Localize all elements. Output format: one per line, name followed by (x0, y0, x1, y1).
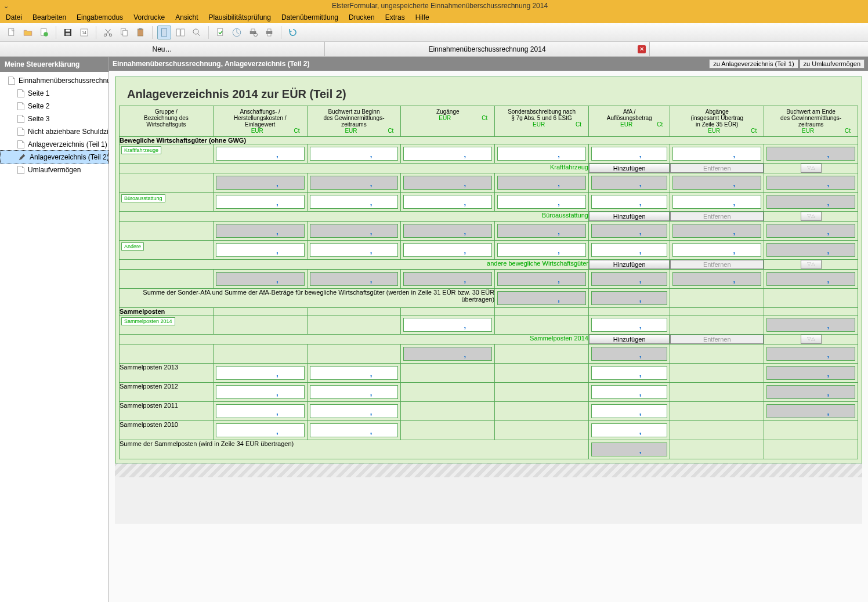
input-buero-buchwert-beginn[interactable]: , (310, 195, 399, 209)
btn-buero-del[interactable]: Entfernen (670, 212, 764, 221)
btn-sp2014-add[interactable]: Hinzufügen (589, 335, 670, 344)
menu-bearbeiten[interactable]: Bearbeiten (32, 13, 66, 21)
app-menu-chevron[interactable]: ⌄ (0, 2, 12, 10)
btn-kfz-del[interactable]: Entfernen (670, 164, 764, 173)
cut-icon[interactable] (101, 26, 115, 39)
col-gruppe: Gruppe / Bezeichnung des Wirtschaftsguts (120, 106, 214, 137)
menu-vordrucke[interactable]: Vordrucke (133, 13, 165, 21)
input-sp2011-buchwert-beginn[interactable]: , (310, 404, 399, 418)
tree-anlageverz-teil-2[interactable]: Anlageverzeichnis (Teil 2) (0, 150, 108, 164)
tab-close-icon[interactable]: ✕ (638, 45, 646, 53)
print-preview-icon[interactable] (246, 26, 260, 39)
zoom-icon[interactable] (190, 26, 204, 39)
tree-anlageverz-teil-1[interactable]: Anlageverzeichnis (Teil 1) (0, 138, 108, 151)
btn-sp2014-reorder[interactable]: ▽△ (801, 335, 822, 344)
input-andere-anschaffung[interactable]: , (216, 243, 305, 257)
two-page-view-icon[interactable] (173, 26, 187, 39)
btn-kfz-reorder[interactable]: ▽△ (801, 164, 822, 173)
btn-buero-add[interactable]: Hinzufügen (589, 212, 670, 221)
sum-andere-c3: , (310, 272, 399, 286)
input-sp2012-anschaffung[interactable]: , (216, 385, 305, 399)
tree-root-euer[interactable]: Einnahmenüberschussrechnung (0, 74, 108, 87)
menu-eingabemodus[interactable]: Eingabemodus (77, 13, 123, 21)
input-andere-afa[interactable]: , (591, 243, 667, 257)
tree-seite-1[interactable]: Seite 1 (0, 87, 108, 100)
btn-andere-del[interactable]: Entfernen (670, 260, 764, 269)
input-kfz-sonderafa[interactable]: , (497, 147, 586, 161)
btn-andere-reorder[interactable]: ▽△ (801, 260, 822, 269)
btn-buero-reorder[interactable]: ▽△ (801, 212, 822, 221)
content-area: Einnahmenüberschussrechnung, Anlageverze… (109, 57, 868, 602)
document-icon (17, 102, 24, 110)
refresh-icon[interactable] (286, 26, 300, 39)
import-data-icon[interactable] (37, 26, 51, 39)
input-buero-afa[interactable]: , (591, 195, 667, 209)
input-sp2011-afa[interactable]: , (591, 404, 667, 418)
tag-sp2014: Sammelposten 2014 (121, 317, 175, 325)
menu-datei[interactable]: Datei (6, 13, 22, 21)
input-sp2010-afa[interactable]: , (591, 423, 667, 437)
tag-buero: Büroausstattung (121, 194, 165, 202)
open-folder-icon[interactable] (21, 26, 35, 39)
input-andere-buchwert-beginn[interactable]: , (310, 243, 399, 257)
input-andere-sonderafa[interactable]: , (497, 243, 586, 257)
document-icon (17, 166, 24, 174)
input-kfz-buchwert-beginn[interactable]: , (310, 147, 399, 161)
menu-extras[interactable]: Extras (385, 13, 405, 21)
col-sonderabschreibung: Sonderabschreibung nach § 7g Abs. 5 und … (495, 106, 589, 137)
copy-icon[interactable] (117, 26, 131, 39)
input-kfz-zugaenge[interactable]: , (403, 147, 492, 161)
form-scroll-area[interactable]: Anlageverzeichnis 2014 zur EÜR (Teil 2) … (109, 71, 868, 602)
col-buchwert-beginn: Buchwert zu Beginn des Gewinnermittlungs… (307, 106, 401, 137)
paste-icon[interactable] (133, 26, 147, 39)
btn-kfz-add[interactable]: Hinzufügen (589, 164, 670, 173)
sum-sp2014-afa: , (591, 347, 667, 361)
nav-prev-button[interactable]: zu Anlageverzeichnis (Teil 1) (709, 59, 798, 68)
validate-icon[interactable] (214, 26, 227, 39)
nav-next-button[interactable]: zu Umlaufvermögen (800, 59, 865, 68)
input-kfz-afa[interactable]: , (591, 147, 667, 161)
row-sp2010: Sammelposten 2010 , , , (120, 421, 858, 440)
input-sp2012-buchwert-beginn[interactable]: , (310, 385, 399, 399)
input-sp2010-anschaffung[interactable]: , (216, 423, 305, 437)
tab-euer-2014[interactable]: Einnahmenüberschussrechnung 2014 ✕ (325, 42, 650, 56)
input-sp2013-afa[interactable]: , (591, 366, 667, 380)
input-kfz-anschaffung[interactable]: , (216, 147, 305, 161)
menu-hilfe[interactable]: Hilfe (415, 13, 429, 21)
input-kfz-abgaenge[interactable]: , (672, 147, 761, 161)
tree-seite-2[interactable]: Seite 2 (0, 100, 108, 113)
tree-schuldzinsen[interactable]: Nicht abziehbare Schuldzin… (0, 125, 108, 138)
input-sp2014-zugaenge[interactable]: , (403, 318, 492, 332)
row-sp2014-actions: Sammelposten 2014 Hinzufügen Entfernen ▽… (120, 335, 858, 344)
input-sp2012-afa[interactable]: , (591, 385, 667, 399)
save-icon[interactable] (61, 26, 75, 39)
col-zugaenge: ZugängeEURCt (401, 106, 495, 137)
send-icon[interactable] (230, 26, 244, 39)
input-sp2010-buchwert-beginn[interactable]: , (310, 423, 399, 437)
input-buero-zugaenge[interactable]: , (403, 195, 492, 209)
menu-plausibilitaet[interactable]: Plausibilitätsprüfung (209, 13, 271, 21)
input-buero-sonderafa[interactable]: , (497, 195, 586, 209)
menu-datenuebermittlung[interactable]: Datenübermittlung (281, 13, 338, 21)
save-calendar-icon[interactable]: 14 (77, 26, 91, 39)
input-buero-anschaffung[interactable]: , (216, 195, 305, 209)
input-buero-abgaenge[interactable]: , (672, 195, 761, 209)
input-andere-zugaenge[interactable]: , (403, 243, 492, 257)
page-view-icon[interactable] (157, 26, 171, 39)
menu-drucken[interactable]: Drucken (349, 13, 375, 21)
menu-ansicht[interactable]: Ansicht (175, 13, 198, 21)
input-sp2013-buchwert-beginn[interactable]: , (310, 366, 399, 380)
input-sp2011-anschaffung[interactable]: , (216, 404, 305, 418)
input-andere-abgaenge[interactable]: , (672, 243, 761, 257)
tree-seite-3[interactable]: Seite 3 (0, 113, 108, 125)
print-icon[interactable] (262, 26, 276, 39)
btn-andere-add[interactable]: Hinzufügen (589, 260, 670, 269)
sum-andere-c6: , (591, 272, 667, 286)
input-sp2013-anschaffung[interactable]: , (216, 366, 305, 380)
new-file-icon[interactable] (5, 26, 19, 39)
input-sp2014-afa[interactable]: , (591, 318, 667, 332)
tree-umlaufvermoegen[interactable]: Umlaufvermögen (0, 164, 108, 176)
tab-new[interactable]: Neu… (0, 42, 325, 56)
sum-sp2014-ende: , (766, 347, 855, 361)
btn-sp2014-del[interactable]: Entfernen (670, 335, 764, 344)
